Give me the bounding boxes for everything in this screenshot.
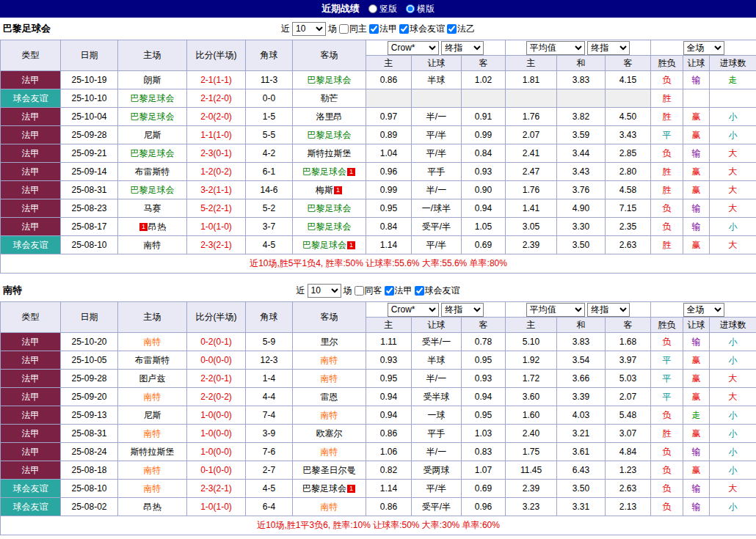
team-name[interactable]: 昂热 [148, 221, 166, 232]
score-halftime: 1-2(0-2) [187, 163, 246, 181]
section-nantes: 南特 近 10 场 同客 法甲 球会友谊 [0, 279, 756, 535]
scope-select[interactable]: 全场 [683, 41, 724, 55]
same-home-checkbox[interactable] [339, 24, 349, 34]
euro-avg-select[interactable]: 平均值 [526, 41, 585, 55]
section-header: 南特 近 10 场 同客 法甲 球会友谊 [0, 279, 756, 301]
corners: 7-6 [246, 443, 293, 461]
team-name[interactable]: 布雷斯特 [135, 166, 170, 177]
team-name[interactable]: 巴黎足球会 [308, 130, 352, 140]
euro-stage-select[interactable]: 终指 [587, 303, 630, 317]
home-team: 巴黎足球会 [118, 89, 187, 108]
team-name[interactable]: 南特 [321, 373, 338, 384]
team-name[interactable]: 南特 [321, 355, 338, 365]
odds-company-select[interactable]: Crow* [388, 41, 439, 55]
match-result: 平 [651, 370, 683, 388]
team-name[interactable]: 巴黎足球会 [131, 185, 175, 195]
match-result: 负 [651, 461, 683, 480]
friendly-checkbox[interactable] [415, 286, 424, 296]
team-name[interactable]: 昂热 [144, 502, 161, 512]
team-name[interactable]: 欧塞尔 [316, 428, 343, 439]
team-name[interactable]: 图卢兹 [139, 373, 166, 384]
euro-away-odds: 4.50 [606, 108, 651, 126]
team-name[interactable]: 巴黎足球会 [131, 148, 175, 158]
team-name[interactable]: 马赛 [144, 203, 161, 213]
team-name[interactable]: 巴黎足球会 [131, 93, 175, 103]
team-name[interactable]: 巴黎足球会 [308, 203, 352, 213]
euro-avg-select[interactable]: 平均值 [526, 303, 585, 317]
euro-away-odds: 2.35 [606, 218, 651, 236]
team-name[interactable]: 巴黎足球会 [308, 75, 352, 85]
away-team: 斯特拉斯堡 [293, 144, 366, 163]
team-name[interactable]: 南特 [144, 483, 161, 494]
team-name[interactable]: 南特 [144, 428, 161, 439]
team-name[interactable]: 巴黎足球会 [302, 240, 346, 250]
ligue2-checkbox[interactable] [447, 24, 457, 34]
ligue1-checkbox[interactable] [385, 286, 394, 296]
col-header: 胜负 [651, 318, 683, 333]
friendly-checkbox[interactable] [399, 24, 409, 34]
team-name[interactable]: 斯特拉斯堡 [131, 447, 175, 457]
team-name[interactable]: 南特 [321, 410, 338, 420]
away-team: 勒芒 [293, 89, 366, 108]
horizontal-radio[interactable] [406, 4, 415, 13]
match-count-select[interactable]: 10 [292, 22, 326, 36]
team-name[interactable]: 南特 [144, 465, 161, 475]
team-name[interactable]: 梅斯 [316, 185, 333, 195]
team-name[interactable]: 巴黎足球会 [308, 221, 352, 232]
score-halftime: 0-1(0-0) [187, 461, 246, 480]
ligue1-checkbox[interactable] [369, 24, 379, 34]
team-name[interactable]: 南特 [144, 240, 161, 250]
asian-handicap [412, 89, 462, 108]
euro-draw-odds: 3.31 [557, 498, 606, 516]
col-header: 主场 [118, 40, 187, 71]
asian-odds-dropdowns: Crow* 终指 [366, 302, 506, 318]
match-result: 负 [651, 480, 683, 498]
euro-stage-select[interactable]: 终指 [587, 41, 630, 55]
col-header: 比分(半场) [187, 40, 246, 71]
team-name[interactable]: 布雷斯特 [135, 355, 170, 365]
team-name[interactable]: 朗斯 [144, 75, 161, 85]
team-name[interactable]: 斯特拉斯堡 [308, 148, 352, 158]
team-name[interactable]: 雷恩 [321, 392, 338, 402]
goals-result: 小 [710, 126, 756, 144]
team-name[interactable]: 南特 [321, 447, 338, 457]
team-name[interactable]: 巴黎圣日尔曼 [303, 465, 356, 475]
team-name[interactable]: 南特 [321, 502, 338, 512]
section-summary: 近10场,胜1平3负6, 胜率:10% 让球率:50% 大率:30% 单率:60… [1, 516, 756, 535]
euro-draw-odds: 4.90 [557, 199, 606, 218]
team-name[interactable]: 里尔 [321, 337, 338, 347]
home-team: 昂热 [118, 498, 187, 516]
team-name[interactable]: 尼斯 [144, 130, 161, 140]
games-label: 场 [344, 285, 352, 297]
home-team: 布雷斯特 [118, 351, 187, 370]
away-team: 巴黎圣日尔曼 [293, 461, 366, 480]
team-name[interactable]: 巴黎足球会 [131, 111, 175, 122]
team-name[interactable]: 尼斯 [144, 410, 161, 420]
match-date: 25-08-10 [61, 236, 118, 254]
vertical-radio[interactable] [368, 4, 377, 13]
match-count-select[interactable]: 10 [308, 284, 341, 298]
scope-select[interactable]: 全场 [683, 303, 724, 317]
euro-draw-odds: 3.44 [557, 144, 606, 163]
away-team: 南特 [293, 498, 366, 516]
euro-draw-odds: 3.83 [557, 333, 606, 351]
team-name[interactable]: 巴黎足球会 [302, 166, 346, 177]
match-result: 负 [651, 218, 683, 236]
euro-odds-dropdowns: 平均值 终指 [506, 40, 651, 56]
team-name[interactable]: 南特 [144, 337, 161, 347]
asian-away-odds: 1.05 [462, 218, 506, 236]
asian-home-odds: 0.94 [366, 406, 412, 425]
odds-company-select[interactable]: Crow* [388, 303, 439, 317]
match-result: 胜 [651, 181, 683, 199]
team-name[interactable]: 勒芒 [321, 93, 338, 103]
odds-stage-select[interactable]: 终指 [441, 303, 484, 317]
odds-stage-select[interactable]: 终指 [441, 41, 484, 55]
team-name[interactable]: 洛里昂 [316, 111, 343, 122]
same-away-checkbox[interactable] [355, 286, 364, 296]
team-name[interactable]: 巴黎足球会 [302, 483, 346, 494]
euro-draw-odds: 3.39 [557, 388, 606, 406]
asian-home-odds: 0.86 [366, 71, 412, 89]
team-name[interactable]: 南特 [144, 392, 161, 402]
asian-handicap: 半/一 [412, 181, 462, 199]
score-halftime: 2-3(0-1) [187, 144, 246, 163]
